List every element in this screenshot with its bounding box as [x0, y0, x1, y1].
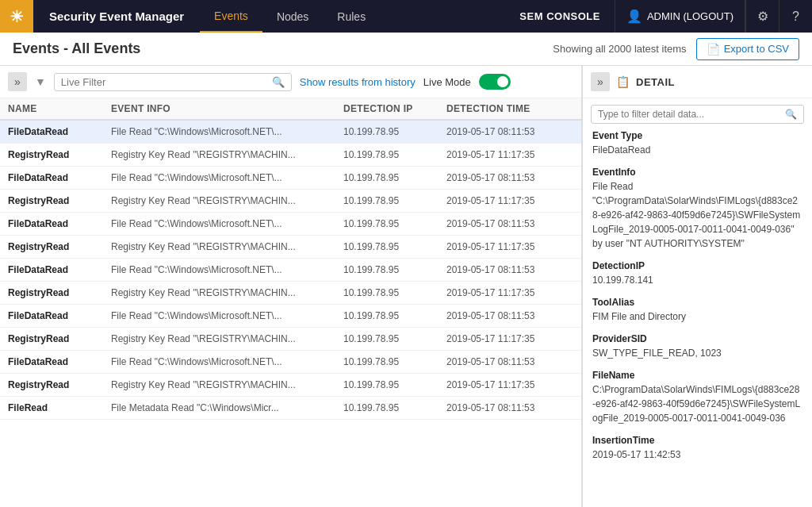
- show-history-link[interactable]: Show results from history: [300, 76, 416, 88]
- col-detection-time: DETECTION TIME: [446, 103, 573, 114]
- right-panel-toggle[interactable]: »: [591, 72, 610, 91]
- help-button[interactable]: ?: [779, 0, 812, 33]
- menu-item-events[interactable]: Events: [200, 0, 262, 33]
- cell-event-info: File Read "C:\Windows\Microsoft.NET\...: [111, 172, 343, 183]
- table-row[interactable]: FileDataRead File Read "C:\Windows\Micro…: [0, 305, 581, 328]
- sem-console-button[interactable]: SEM CONSOLE: [505, 0, 615, 33]
- cell-name: RegistryRead: [8, 379, 111, 390]
- table-row[interactable]: FileDataRead File Read "C:\Windows\Micro…: [0, 167, 581, 190]
- showing-count: Showing all 2000 latest items: [553, 43, 686, 55]
- filter-icon[interactable]: ▼: [35, 75, 46, 88]
- detail-field-label: DetectionIP: [592, 260, 802, 271]
- detail-search-box: 🔍: [591, 105, 804, 124]
- cell-name: FileDataRead: [8, 264, 111, 275]
- cell-time: 2019-05-17 11:17:35: [446, 195, 573, 206]
- app-name: Security Event Manager: [33, 10, 200, 23]
- cell-event-info: File Read "C:\Windows\Microsoft.NET\...: [111, 264, 343, 275]
- table-row[interactable]: RegistryRead Registry Key Read "\REGISTR…: [0, 374, 581, 397]
- cell-time: 2019-05-17 08:11:53: [446, 264, 573, 275]
- live-filter-box: 🔍: [54, 73, 292, 91]
- left-panel-toggle[interactable]: »: [8, 72, 27, 91]
- detail-doc-icon: 📋: [616, 75, 630, 88]
- page-title: Events - All Events: [13, 40, 553, 57]
- detail-field-value: 2019-05-17 11:42:53: [592, 447, 802, 462]
- live-mode-label: Live Mode: [423, 76, 471, 88]
- detail-field-label: EventInfo: [592, 167, 802, 178]
- cell-time: 2019-05-17 11:17:35: [446, 333, 573, 344]
- live-mode-toggle[interactable]: [479, 74, 511, 90]
- detail-field-value: SW_TYPE_FILE_READ, 1023: [592, 346, 802, 360]
- cell-time: 2019-05-17 08:11:53: [446, 310, 573, 321]
- table-row[interactable]: RegistryRead Registry Key Read "\REGISTR…: [0, 328, 581, 351]
- detail-field-value: FileDataRead: [592, 143, 802, 157]
- table-row[interactable]: RegistryRead Registry Key Read "\REGISTR…: [0, 144, 581, 167]
- cell-event-info: File Read "C:\Windows\Microsoft.NET\...: [111, 356, 343, 367]
- menu-item-rules[interactable]: Rules: [323, 0, 380, 33]
- detail-field-label: Event Type: [592, 130, 802, 141]
- table-row[interactable]: RegistryRead Registry Key Read "\REGISTR…: [0, 236, 581, 259]
- table-row[interactable]: FileRead File Metadata Read "C:\Windows\…: [0, 397, 581, 420]
- menu-item-nodes[interactable]: Nodes: [262, 0, 323, 33]
- col-name: NAME: [8, 103, 111, 114]
- cell-ip: 10.199.78.95: [343, 218, 446, 229]
- detail-field-value: 10.199.78.141: [592, 273, 802, 287]
- detail-field-value: File Read"C:\ProgramData\SolarWinds\FIML…: [592, 179, 802, 251]
- table-header: NAME EVENT INFO DETECTION IP DETECTION T…: [0, 98, 581, 121]
- cell-event-info: File Read "C:\Windows\Microsoft.NET\...: [111, 310, 343, 321]
- cell-event-info: File Metadata Read "C:\Windows\Micr...: [111, 402, 343, 413]
- cell-event-info: Registry Key Read "\REGISTRY\MACHIN...: [111, 241, 343, 252]
- table-row[interactable]: FileDataRead File Read "C:\Windows\Micro…: [0, 259, 581, 282]
- cell-ip: 10.199.78.95: [343, 287, 446, 298]
- detail-field: Event Type FileDataRead: [592, 130, 802, 157]
- cell-ip: 10.199.78.95: [343, 241, 446, 252]
- logo: ☀: [0, 0, 33, 33]
- table-row[interactable]: FileDataRead File Read "C:\Windows\Micro…: [0, 351, 581, 374]
- export-button[interactable]: 📄 Export to CSV: [696, 38, 799, 60]
- settings-button[interactable]: ⚙: [745, 0, 779, 33]
- detail-header: » 📋 DETAIL: [583, 66, 812, 98]
- detail-field-value: FIM File and Directory: [592, 309, 802, 324]
- cell-name: RegistryRead: [8, 333, 111, 344]
- left-panel: » ▼ 🔍 Show results from history Live Mod…: [0, 66, 582, 507]
- cell-name: FileDataRead: [8, 356, 111, 367]
- cell-name: FileDataRead: [8, 310, 111, 321]
- detail-field-label: FileName: [592, 370, 802, 381]
- cell-ip: 10.199.78.95: [343, 195, 446, 206]
- cell-event-info: File Read "C:\Windows\Microsoft.NET\...: [111, 126, 343, 137]
- gear-icon: ⚙: [757, 9, 768, 24]
- cell-name: FileDataRead: [8, 172, 111, 183]
- page-header: Events - All Events Showing all 2000 lat…: [0, 33, 812, 66]
- cell-time: 2019-05-17 11:17:35: [446, 379, 573, 390]
- cell-ip: 10.199.78.95: [343, 356, 446, 367]
- table-row[interactable]: RegistryRead Registry Key Read "\REGISTR…: [0, 190, 581, 213]
- detail-filter-input[interactable]: [598, 109, 780, 120]
- cell-ip: 10.199.78.95: [343, 402, 446, 413]
- cell-ip: 10.199.78.95: [343, 172, 446, 183]
- topnav-right: SEM CONSOLE 👤 ADMIN (LOGOUT) ⚙ ?: [505, 0, 812, 33]
- cell-event-info: Registry Key Read "\REGISTRY\MACHIN...: [111, 333, 343, 344]
- table-row[interactable]: FileDataRead File Read "C:\Windows\Micro…: [0, 213, 581, 236]
- cell-ip: 10.199.78.95: [343, 333, 446, 344]
- export-label: Export to CSV: [724, 43, 789, 55]
- detail-field-value: C:\ProgramData\SolarWinds\FIMLogs\{d883c…: [592, 382, 802, 425]
- table-row[interactable]: RegistryRead Registry Key Read "\REGISTR…: [0, 282, 581, 305]
- cell-event-info: Registry Key Read "\REGISTRY\MACHIN...: [111, 195, 343, 206]
- cell-ip: 10.199.78.95: [343, 264, 446, 275]
- detail-title: DETAIL: [636, 76, 675, 88]
- toolbar: » ▼ 🔍 Show results from history Live Mod…: [0, 66, 581, 98]
- cell-time: 2019-05-17 08:11:53: [446, 402, 573, 413]
- live-filter-input[interactable]: [61, 76, 267, 88]
- cell-time: 2019-05-17 08:11:53: [446, 126, 573, 137]
- table-row[interactable]: FileDataRead File Read "C:\Windows\Micro…: [0, 121, 581, 144]
- detail-search-icon: 🔍: [785, 109, 797, 120]
- user-label: ADMIN (LOGOUT): [647, 10, 733, 22]
- user-menu[interactable]: 👤 ADMIN (LOGOUT): [615, 0, 745, 33]
- detail-field: InsertionTime 2019-05-17 11:42:53: [592, 435, 802, 462]
- cell-ip: 10.199.78.95: [343, 310, 446, 321]
- detail-field-label: ProviderSID: [592, 333, 802, 344]
- detail-field: EventInfo File Read"C:\ProgramData\Solar…: [592, 167, 802, 251]
- col-detection-ip: DETECTION IP: [343, 103, 446, 114]
- detail-field-label: InsertionTime: [592, 435, 802, 446]
- col-event-info: EVENT INFO: [111, 103, 343, 114]
- cell-event-info: File Read "C:\Windows\Microsoft.NET\...: [111, 218, 343, 229]
